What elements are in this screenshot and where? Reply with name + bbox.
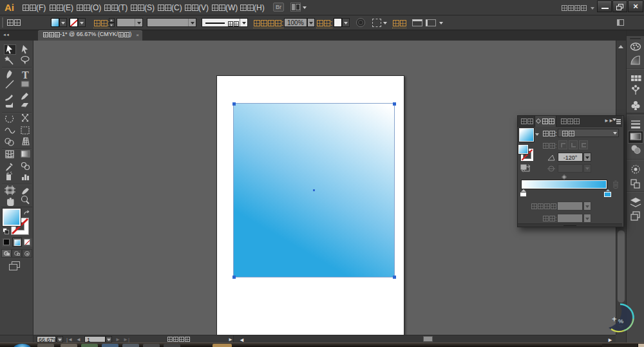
svg-text:%: % — [618, 318, 623, 324]
svg-text:+: + — [612, 314, 617, 324]
svg-text:T: T — [22, 70, 29, 80]
